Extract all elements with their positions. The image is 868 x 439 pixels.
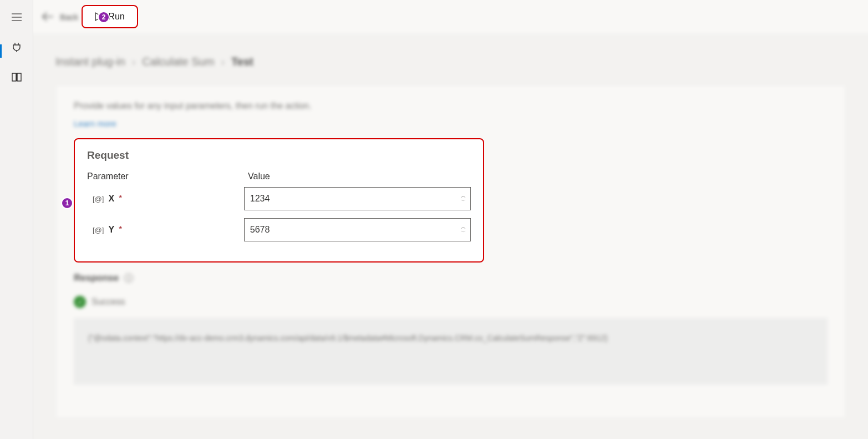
left-nav-rail [0,0,33,439]
breadcrumb-item-2[interactable]: Calculate Sum [142,55,214,68]
value-input-y[interactable] [245,225,456,235]
request-title: Request [87,149,471,162]
info-icon[interactable]: i [124,274,133,282]
chevron-right-icon: › [221,55,225,68]
header-parameter: Parameter [87,171,248,181]
chevron-right-icon: › [132,55,136,68]
required-star: * [119,225,122,235]
intro-text: Provide values for any input parameters,… [74,101,828,111]
spin-down-icon[interactable]: ﹀ [456,230,470,235]
value-input-y-wrapper: ︿ ﹀ [244,218,471,241]
value-input-x-wrapper: ︿ ﹀ [244,187,471,210]
param-name-y: Y [108,225,114,235]
param-type-tag: [@] [93,195,104,203]
hamburger-icon[interactable] [9,10,24,24]
back-label: Back [60,12,78,22]
response-body: {"@odata.context":"https://dv-acc-demo.c… [74,318,828,385]
response-section: Response i ✓ Success {"@odata.context":"… [74,273,828,385]
breadcrumb: Instant plug-in › Calculate Sum › Test [55,55,846,68]
breadcrumb-item-3: Test [231,55,253,68]
value-input-x[interactable] [245,194,456,204]
spin-down-icon[interactable]: ﹀ [456,199,470,204]
command-bar: Back Run [33,0,868,33]
plugin-icon[interactable] [9,40,24,54]
response-title: Response [74,273,119,284]
callout-badge-2: 2 [98,11,110,23]
param-name-x: X [108,194,114,204]
request-section: Request Parameter Value [@] X * [74,138,484,263]
run-button[interactable]: Run [82,5,138,28]
test-panel: Provide values for any input parameters,… [55,85,846,418]
callout-badge-1: 1 [61,197,73,209]
param-row-x: [@] X * ︿ ﹀ [87,187,471,210]
header-value: Value [248,171,270,181]
main-area: Back Run Instant plug-in › Calculate Sum… [33,0,868,439]
back-button[interactable] [39,8,57,26]
param-type-tag: [@] [93,226,104,234]
breadcrumb-item-1[interactable]: Instant plug-in [55,55,125,68]
required-star: * [119,194,122,204]
response-status: Success [92,297,125,307]
learn-more-link[interactable]: Learn more [74,119,116,128]
active-rail-indicator [0,44,2,58]
run-button-label: Run [108,12,124,22]
param-row-y: [@] Y * ︿ ﹀ [87,218,471,241]
success-check-icon: ✓ [74,296,86,308]
book-icon[interactable] [9,70,24,84]
